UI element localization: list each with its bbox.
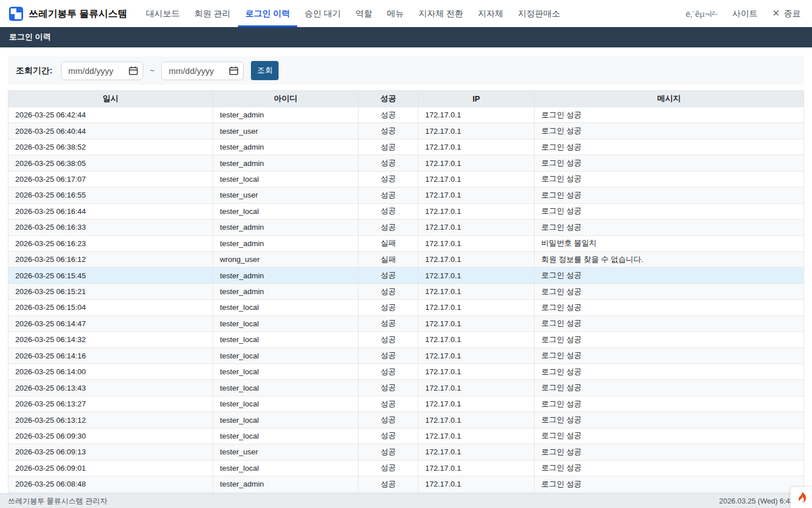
table-row[interactable]: 2026-03-25 06:13:27tester_local성공172.17.… [8, 396, 804, 411]
cell-datetime: 2026-03-25 06:16:55 [8, 187, 213, 203]
footer-admin-label: 쓰레기봉투 물류시스템 관리자 [8, 496, 107, 506]
cell-ip: 172.17.0.1 [418, 203, 535, 219]
cell-status: 성공 [359, 460, 418, 476]
cell-message: 로그인 성공 [535, 203, 804, 219]
flame-icon [796, 492, 807, 504]
cell-ip: 172.17.0.1 [418, 107, 535, 123]
column-header-2: 성공 [359, 91, 418, 107]
table-row[interactable]: 2026-03-25 06:13:12tester_local성공172.17.… [8, 412, 804, 428]
table-row[interactable]: 2026-03-25 06:16:55tester_user성공172.17.0… [8, 187, 804, 203]
cell-ip: 172.17.0.1 [418, 187, 535, 203]
table-row[interactable]: 2026-03-25 06:09:30tester_local성공172.17.… [8, 428, 804, 444]
table-row[interactable]: 2026-03-25 06:08:48tester_admin성공172.17.… [8, 476, 804, 492]
table-row[interactable]: 2026-03-25 06:40:44tester_user성공172.17.0… [8, 123, 804, 139]
table-row[interactable]: 2026-03-25 06:14:47tester_local성공172.17.… [8, 316, 804, 331]
table-row[interactable]: 2026-03-25 06:14:16tester_local성공172.17.… [8, 348, 804, 364]
nav-item-approval-pending[interactable]: 승인 대기 [297, 0, 348, 27]
cell-message: 비밀번호 불일치 [535, 235, 804, 251]
nav-item-designated-stores[interactable]: 지정판매소 [510, 0, 567, 27]
exit-label: 종료 [784, 8, 801, 19]
cell-status: 성공 [359, 428, 418, 444]
cell-message: 로그인 성공 [535, 155, 804, 171]
cell-message: 로그인 성공 [535, 332, 804, 348]
cell-ip: 172.17.0.1 [418, 123, 535, 139]
table-row[interactable]: 2026-03-25 06:38:52tester_admin성공172.17.… [8, 139, 804, 155]
close-icon: ✕ [773, 9, 780, 18]
cell-status: 성공 [359, 348, 418, 364]
cell-user-id: tester_local [213, 300, 359, 316]
cell-status: 성공 [359, 268, 418, 283]
nav-item-roles[interactable]: 역할 [348, 0, 379, 27]
cell-user-id: tester_admin [213, 155, 359, 171]
table-row[interactable]: 2026-03-25 06:16:44tester_local성공172.17.… [8, 203, 804, 219]
table-row[interactable]: 2026-03-25 06:15:04tester_local성공172.17.… [8, 300, 804, 316]
search-button[interactable]: 조회 [251, 61, 279, 80]
cell-datetime: 2026-03-25 06:17:07 [8, 171, 213, 187]
nav-item-org[interactable]: 지자체 [470, 0, 510, 27]
cell-user-id: tester_local [213, 428, 359, 444]
column-header-0: 일시 [8, 91, 213, 107]
cell-message: 로그인 성공 [535, 444, 804, 460]
date-range-label: 조회기간: [16, 65, 52, 76]
main-content: 조회기간: ~ 조회 [0, 47, 812, 493]
table-row[interactable]: 2026-03-25 06:16:23tester_admin실패172.17.… [8, 235, 804, 251]
cell-datetime: 2026-03-25 06:42:44 [8, 107, 213, 123]
cell-datetime: 2026-03-25 06:09:30 [8, 428, 213, 444]
cell-user-id: tester_user [213, 187, 359, 203]
table-header-row: 일시아이디성공IP메시지 [8, 91, 804, 107]
table-row[interactable]: 2026-03-25 06:15:21tester_admin성공172.17.… [8, 283, 804, 299]
cell-user-id: tester_local [213, 316, 359, 331]
cell-ip: 172.17.0.1 [418, 348, 535, 364]
table-row[interactable]: 2026-03-25 06:09:01tester_local성공172.17.… [8, 460, 804, 476]
table-row[interactable]: 2026-03-25 06:17:07tester_local성공172.17.… [8, 171, 804, 187]
exit-button[interactable]: ✕ 종료 [773, 8, 801, 19]
nav-item-menu[interactable]: 메뉴 [379, 0, 411, 27]
cell-datetime: 2026-03-25 06:38:52 [8, 139, 213, 155]
nav-item-org-switch[interactable]: 지자체 전환 [411, 0, 470, 27]
table-row[interactable]: 2026-03-25 06:16:33tester_admin성공172.17.… [8, 220, 804, 235]
table-row[interactable]: 2026-03-25 06:42:44tester_admin성공172.17.… [8, 107, 804, 123]
cell-status: 성공 [359, 283, 418, 299]
cell-message: 로그인 성공 [535, 396, 804, 411]
cell-status: 실패 [359, 235, 418, 251]
nav-item-dashboard[interactable]: 대시보드 [139, 0, 187, 27]
cell-message: 로그인 성공 [535, 364, 804, 380]
table-row[interactable]: 2026-03-25 06:09:13tester_user성공172.17.0… [8, 444, 804, 460]
table-row[interactable]: 2026-03-25 06:13:43tester_local성공172.17.… [8, 380, 804, 396]
date-from-input[interactable] [61, 62, 143, 80]
table-row[interactable]: 2026-03-25 06:16:12wrong_user실패172.17.0.… [8, 251, 804, 267]
nav-item-member-management[interactable]: 회원 관리 [187, 0, 238, 27]
login-history-table: 일시아이디성공IP메시지 2026-03-25 06:42:44tester_a… [8, 90, 804, 493]
cell-ip: 172.17.0.1 [418, 268, 535, 283]
debug-toolbar-badge[interactable] [791, 487, 812, 508]
cell-ip: 172.17.0.1 [418, 139, 535, 155]
cell-message: 로그인 성공 [535, 283, 804, 299]
cell-datetime: 2026-03-25 06:09:01 [8, 460, 213, 476]
cell-message: 로그인 성공 [535, 428, 804, 444]
table-row[interactable]: 2026-03-25 06:14:32tester_local성공172.17.… [8, 332, 804, 348]
column-header-1: 아이디 [213, 91, 359, 107]
cell-message: 로그인 성공 [535, 123, 804, 139]
column-header-3: IP [418, 91, 535, 107]
table-row[interactable]: 2026-03-25 06:14:00tester_local성공172.17.… [8, 364, 804, 380]
cell-user-id: wrong_user [213, 251, 359, 267]
cell-status: 성공 [359, 412, 418, 428]
cell-user-id: tester_admin [213, 476, 359, 492]
cell-status: 성공 [359, 203, 418, 219]
table-row[interactable]: 2026-03-25 06:38:05tester_admin성공172.17.… [8, 155, 804, 171]
cell-datetime: 2026-03-25 06:14:16 [8, 348, 213, 364]
site-link[interactable]: 사이트 [732, 8, 758, 19]
table-row[interactable]: 2026-03-25 06:15:45tester_admin성공172.17.… [8, 268, 804, 283]
table-body: 2026-03-25 06:42:44tester_admin성공172.17.… [8, 107, 804, 493]
cell-message: 로그인 성공 [535, 412, 804, 428]
nav-item-login-history[interactable]: 로그인 이력 [238, 0, 297, 27]
cell-message: 로그인 성공 [535, 316, 804, 331]
cell-message: 로그인 성공 [535, 171, 804, 187]
date-to-input[interactable] [161, 62, 244, 80]
cell-ip: 172.17.0.1 [418, 235, 535, 251]
cell-datetime: 2026-03-25 06:16:23 [8, 235, 213, 251]
cell-user-id: tester_admin [213, 220, 359, 235]
cell-ip: 172.17.0.1 [418, 428, 535, 444]
cell-status: 성공 [359, 220, 418, 235]
cell-ip: 172.17.0.1 [418, 332, 535, 348]
